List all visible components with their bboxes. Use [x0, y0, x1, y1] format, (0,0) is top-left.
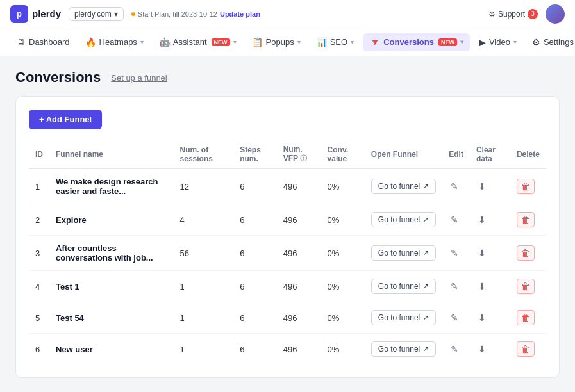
add-funnel-button[interactable]: + Add Funnel: [29, 110, 102, 129]
nav-item-conversions[interactable]: 🔻 Conversions NEW ▾: [363, 33, 470, 51]
delete-button[interactable]: 🗑: [517, 245, 535, 261]
cell-conv: 0%: [321, 271, 365, 302]
nav-item-settings[interactable]: ⚙ Settings ▾: [526, 33, 575, 51]
cell-id: 2: [29, 204, 49, 236]
cell-delete: 🗑: [510, 236, 546, 271]
support-label: Support: [498, 10, 525, 19]
cell-steps: 6: [233, 236, 277, 271]
cell-name: Test 1: [49, 271, 174, 302]
plan-badge: Start Plan, till 2023-10-12 Update plan: [131, 10, 260, 18]
clear-data-button[interactable]: ⬇: [476, 213, 488, 227]
new-badge: NEW: [212, 38, 230, 46]
cell-id: 1: [29, 169, 49, 204]
table-row: 1 We make design research easier and fas…: [29, 169, 546, 204]
cell-edit: ✎: [442, 334, 470, 365]
col-steps: Steps num.: [233, 140, 277, 169]
update-plan-link[interactable]: Update plan: [220, 10, 260, 18]
avatar[interactable]: [546, 4, 565, 24]
go-to-funnel-button[interactable]: Go to funnel ↗: [371, 341, 436, 357]
go-to-funnel-button[interactable]: Go to funnel ↗: [371, 245, 436, 261]
col-edit: Edit: [442, 140, 470, 169]
edit-button[interactable]: ✎: [449, 179, 460, 193]
col-funnel-name: Funnel name: [49, 140, 174, 169]
col-id: ID: [29, 140, 49, 169]
settings-icon: ⚙: [532, 37, 540, 47]
chevron-down-icon: ▾: [114, 10, 118, 19]
external-link-icon: ↗: [422, 282, 429, 291]
cell-delete: 🗑: [510, 169, 546, 204]
chevron-down-icon: ▾: [513, 38, 517, 45]
logo[interactable]: p plerdy: [10, 5, 61, 23]
nav-item-video[interactable]: ▶ Video ▾: [472, 33, 523, 51]
delete-button[interactable]: 🗑: [517, 310, 535, 325]
cell-clear: ⬇: [470, 169, 510, 204]
table-header-row: ID Funnel name Num. of sessions Steps nu…: [29, 140, 546, 169]
cell-conv: 0%: [321, 302, 365, 334]
cell-vfp: 496: [277, 236, 321, 271]
info-icon: ⓘ: [300, 154, 307, 162]
delete-button[interactable]: 🗑: [517, 341, 535, 357]
support-button[interactable]: ⚙ Support 3: [488, 9, 538, 19]
nav-item-assistant-label: Assistant: [173, 37, 207, 47]
cell-clear: ⬇: [470, 302, 510, 334]
col-vfp: Num. VFP ⓘ: [277, 140, 321, 169]
domain-text: plerdy.com: [74, 10, 112, 19]
page-title: Conversions: [15, 69, 101, 86]
cell-clear: ⬇: [470, 204, 510, 236]
edit-button[interactable]: ✎: [449, 213, 460, 227]
cell-clear: ⬇: [470, 236, 510, 271]
nav-item-dashboard-label: Dashboard: [29, 37, 70, 47]
plan-dot: [131, 12, 135, 16]
cell-edit: ✎: [442, 169, 470, 204]
cell-steps: 6: [233, 271, 277, 302]
clear-data-button[interactable]: ⬇: [476, 311, 488, 325]
edit-button[interactable]: ✎: [449, 279, 460, 293]
setup-funnel-link[interactable]: Set up a funnel: [111, 73, 167, 83]
external-link-icon: ↗: [422, 182, 429, 191]
nav-right: ⚙ Support 3: [488, 4, 565, 24]
nav-item-heatmaps[interactable]: 🔥 Heatmaps ▾: [79, 33, 150, 51]
cell-sessions: 1: [174, 271, 234, 302]
delete-button[interactable]: 🗑: [517, 279, 535, 294]
edit-button[interactable]: ✎: [449, 342, 460, 356]
cell-delete: 🗑: [510, 334, 546, 365]
top-nav: p plerdy plerdy.com ▾ Start Plan, till 2…: [0, 0, 575, 28]
clear-data-button[interactable]: ⬇: [476, 179, 488, 193]
nav-item-heatmaps-label: Heatmaps: [99, 37, 137, 47]
external-link-icon: ↗: [422, 345, 429, 354]
col-sessions: Num. of sessions: [174, 140, 234, 169]
dashboard-icon: 🖥: [17, 37, 26, 47]
cell-edit: ✎: [442, 302, 470, 334]
clear-data-button[interactable]: ⬇: [476, 279, 488, 293]
cell-vfp: 496: [277, 271, 321, 302]
chevron-down-icon: ▾: [233, 38, 237, 45]
clear-data-button[interactable]: ⬇: [476, 246, 488, 260]
go-to-funnel-button[interactable]: Go to funnel ↗: [371, 279, 436, 294]
cell-steps: 6: [233, 302, 277, 334]
edit-button[interactable]: ✎: [449, 311, 460, 325]
nav-item-dashboard[interactable]: 🖥 Dashboard: [10, 33, 76, 51]
cell-sessions: 56: [174, 236, 234, 271]
table-row: 2 Explore 4 6 496 0% Go to funnel ↗ ✎ ⬇ …: [29, 204, 546, 236]
clear-data-button[interactable]: ⬇: [476, 342, 488, 356]
cell-vfp: 496: [277, 204, 321, 236]
edit-button[interactable]: ✎: [449, 246, 460, 260]
go-to-funnel-button[interactable]: Go to funnel ↗: [371, 212, 436, 227]
nav-item-popups[interactable]: 📋 Popups ▾: [246, 33, 307, 51]
cell-name: Test 54: [49, 302, 174, 334]
domain-selector[interactable]: plerdy.com ▾: [69, 7, 124, 21]
table-row: 6 New user 1 6 496 0% Go to funnel ↗ ✎ ⬇…: [29, 334, 546, 365]
delete-button[interactable]: 🗑: [517, 212, 535, 227]
cell-steps: 6: [233, 204, 277, 236]
chevron-down-icon: ▾: [460, 38, 463, 45]
delete-button[interactable]: 🗑: [517, 179, 535, 194]
go-to-funnel-button[interactable]: Go to funnel ↗: [371, 179, 436, 194]
cell-sessions: 4: [174, 204, 234, 236]
nav-item-seo[interactable]: 📊 SEO ▾: [310, 33, 360, 51]
go-to-funnel-button[interactable]: Go to funnel ↗: [371, 310, 436, 325]
nav-item-video-label: Video: [489, 37, 510, 47]
cell-open-funnel: Go to funnel ↗: [365, 334, 442, 365]
cell-conv: 0%: [321, 204, 365, 236]
nav-item-assistant[interactable]: 🤖 Assistant NEW ▾: [153, 33, 243, 51]
cell-name: After countless conversations with job..…: [49, 236, 174, 271]
